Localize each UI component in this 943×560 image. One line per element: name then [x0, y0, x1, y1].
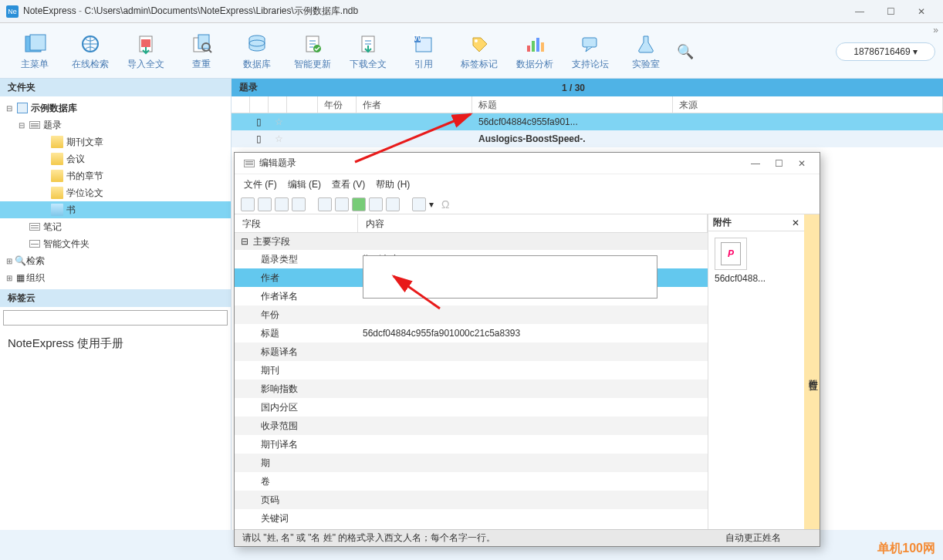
tool-icon[interactable] [352, 197, 366, 211]
field-year[interactable]: 年份 [235, 305, 708, 324]
search-icon[interactable]: 🔍 [674, 41, 696, 62]
modal-menubar[interactable]: 文件 (F) 编辑 (E) 查看 (V) 帮助 (H) [235, 174, 820, 194]
tool-icon[interactable] [292, 197, 306, 211]
tree-journal[interactable]: 期刊文章 [0, 133, 231, 150]
modal-toolbar[interactable]: ▾ Ω [235, 194, 820, 214]
tree-conference[interactable]: 会议 [0, 150, 231, 167]
tree-root[interactable]: ⊟示例数据库 [0, 100, 231, 116]
section-main[interactable]: ⊟主要字段 [235, 233, 708, 250]
list-icon [29, 121, 40, 129]
side-tab-attach[interactable]: 附件 位置 [804, 214, 820, 529]
omega-icon[interactable]: Ω [441, 198, 449, 211]
field-journal-tr[interactable]: 期刊译名 [235, 435, 708, 454]
online-search-button[interactable]: 在线检索 [63, 26, 117, 77]
tag-input[interactable] [3, 310, 228, 326]
folder-tree[interactable]: ⊟示例数据库 ⊟题录 期刊文章 会议 书的章节 学位论文 书 笔记 智能文件夹 … [0, 96, 231, 289]
author-input[interactable] [363, 255, 657, 299]
tree-org[interactable]: ⊞▦组织 [0, 269, 231, 286]
menu-edit[interactable]: 编辑 (E) [288, 178, 321, 191]
tree-book[interactable]: 书 [0, 201, 231, 218]
tool-icon[interactable] [335, 197, 349, 211]
cite-button[interactable]: W引用 [397, 26, 451, 77]
smart-update-button[interactable]: 智能更新 [286, 26, 340, 77]
folder-icon [51, 136, 63, 148]
close-button[interactable]: ✕ [906, 1, 937, 22]
attachment-file[interactable]: P [715, 238, 747, 270]
forum-button[interactable]: 支持论坛 [563, 26, 617, 77]
lab-button[interactable]: 实验室 [619, 26, 673, 77]
tree-titles[interactable]: ⊟题录 [0, 116, 231, 133]
tool-icon[interactable] [386, 197, 400, 211]
record-counter: 1 / 30 [562, 83, 585, 93]
svg-rect-21 [583, 38, 597, 47]
svg-rect-19 [536, 38, 539, 52]
field-impact[interactable]: 影响指数 [235, 380, 708, 398]
tag-button[interactable]: 标签标记 [452, 26, 506, 77]
edit-record-window: 编辑题录 — ☐ ✕ 文件 (F) 编辑 (E) 查看 (V) 帮助 (H) ▾… [234, 152, 820, 547]
chevron-down-icon[interactable]: ▾ [429, 199, 434, 210]
download-fulltext-button[interactable]: 下载全文 [341, 26, 395, 77]
folder-open-icon [51, 204, 63, 216]
field-page[interactable]: 页码 [235, 491, 708, 509]
field-keyword[interactable]: 关键词 [235, 509, 708, 528]
tree-search[interactable]: ⊞🔍检索 [0, 252, 231, 269]
tool-icon[interactable] [412, 197, 426, 211]
field-list[interactable]: 字段内容 ⊟主要字段 题录类型期刊文章 作者 作者译名 年份 标题56dcf04… [235, 214, 708, 529]
modal-maximize-button[interactable]: ☐ [767, 153, 790, 174]
field-volume[interactable]: 卷 [235, 472, 708, 491]
org-icon: ▦ [14, 272, 26, 283]
star-icon[interactable]: ☆ [269, 133, 287, 144]
svg-rect-6 [198, 35, 209, 49]
modal-minimize-button[interactable]: — [744, 153, 767, 174]
field-range[interactable]: 收录范围 [235, 417, 708, 435]
manual-link[interactable]: NoteExpress 使用手册 [0, 329, 231, 531]
status-autofix: 自动更正姓名 [725, 531, 781, 545]
menu-view[interactable]: 查看 (V) [332, 178, 365, 191]
tree-chapter[interactable]: 书的章节 [0, 167, 231, 184]
tool-icon[interactable] [369, 197, 383, 211]
close-icon[interactable]: ✕ [792, 218, 799, 228]
toolbar-overflow-icon[interactable]: » [933, 25, 938, 35]
tagcloud-header: 标签云 [0, 289, 231, 307]
field-issue[interactable]: 期 [235, 454, 708, 472]
field-subject-tr[interactable]: 标题译名 [235, 342, 708, 361]
tool-icon[interactable] [241, 197, 255, 211]
import-fulltext-button[interactable]: 导入全文 [119, 26, 173, 77]
app-title: NoteExpress - C:\Users\admin\Documents\N… [23, 5, 358, 18]
modal-close-button[interactable]: ✕ [790, 153, 813, 174]
attachment-filename: 56dcf0488... [715, 273, 798, 284]
field-region[interactable]: 国内分区 [235, 398, 708, 417]
field-subject[interactable]: 标题56dcf04884c955fa901000c21c5a8393 [235, 324, 708, 342]
status-hint: 请以 "姓, 名" 或 "名 姓" 的格式录入西文人名；每个名字一行。 [242, 531, 495, 545]
tool-icon[interactable] [275, 197, 289, 211]
maximize-button[interactable]: ☐ [875, 1, 906, 22]
minimize-button[interactable]: — [844, 1, 875, 22]
folders-header: 文件夹 [0, 79, 231, 96]
tag-search[interactable] [0, 307, 231, 329]
svg-rect-1 [30, 35, 46, 50]
tree-smart[interactable]: 智能文件夹 [0, 235, 231, 252]
tool-icon[interactable] [318, 197, 332, 211]
grid-row[interactable]: ▯☆ 56dcf04884c955fa901... [232, 113, 943, 130]
main-menu-button[interactable]: 主菜单 [8, 26, 62, 77]
tree-thesis[interactable]: 学位论文 [0, 184, 231, 201]
database-button[interactable]: 数据库 [230, 26, 284, 77]
main-toolbar: 主菜单 在线检索 导入全文 查重 数据库 智能更新 下载全文 W引用 标签标记 … [0, 23, 943, 79]
dedup-button[interactable]: 查重 [174, 26, 228, 77]
menu-file[interactable]: 文件 (F) [244, 178, 277, 191]
menu-help[interactable]: 帮助 (H) [376, 178, 410, 191]
svg-rect-18 [532, 41, 535, 52]
records-header: 题录1 / 30 [232, 79, 943, 96]
search-icon: 🔍 [14, 255, 26, 266]
analysis-button[interactable]: 数据分析 [508, 26, 562, 77]
grid-row[interactable]: ▯☆ Auslogics-BoostSpeed-. [232, 130, 943, 147]
field-journal[interactable]: 期刊 [235, 361, 708, 380]
account-menu[interactable]: 18786716469 ▾ [836, 42, 935, 61]
watermark: 单机100网 [877, 541, 935, 557]
star-icon[interactable]: ☆ [269, 116, 287, 127]
field-author[interactable]: 作者 [235, 268, 708, 287]
grid-header[interactable]: 年份作者标题来源 [232, 96, 943, 113]
tool-icon[interactable] [258, 197, 272, 211]
tree-notes[interactable]: 笔记 [0, 218, 231, 235]
svg-point-16 [475, 39, 478, 42]
